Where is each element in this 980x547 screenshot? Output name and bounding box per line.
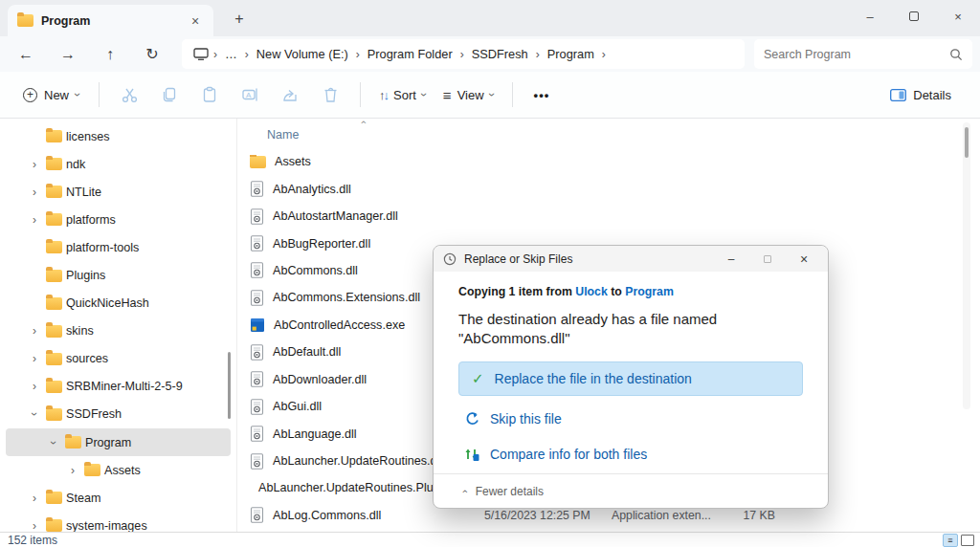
file-list-scrollbar[interactable] (963, 122, 970, 409)
chevron-collapsed-icon[interactable]: › (27, 492, 42, 505)
chevron-collapsed-icon[interactable]: › (27, 324, 42, 338)
rename-button[interactable]: A (230, 78, 270, 111)
sidebar-item-label: ndk (66, 158, 85, 171)
sidebar-item-assets[interactable]: ›Assets (6, 456, 231, 484)
chevron-collapsed-icon[interactable]: › (27, 380, 42, 393)
paste-button[interactable] (189, 78, 230, 111)
sidebar-item-quicknicehash[interactable]: QuickNiceHash (6, 290, 231, 317)
chevron-collapsed-icon[interactable]: › (27, 158, 42, 171)
sidebar-item-srbminer-multi-2-5-9[interactable]: ›SRBMiner-Multi-2-5-9 (6, 373, 231, 401)
tab-strip: Program × + – × (0, 0, 980, 36)
command-toolbar: + New › A ↑↓ (0, 72, 980, 119)
dialog-maximize-button[interactable] (753, 249, 782, 270)
delete-button[interactable] (310, 78, 350, 111)
compare-option[interactable]: Compare info for both files (458, 443, 803, 466)
sidebar-item-ssdfresh[interactable]: ›SSDFresh (6, 401, 231, 428)
chevron-expanded-icon[interactable]: › (28, 406, 41, 422)
details-view-toggle[interactable]: ≡ (943, 534, 958, 547)
details-pane-icon (890, 89, 906, 101)
sidebar-item-ntlite[interactable]: ›NTLite (6, 178, 231, 206)
back-button[interactable]: ← (10, 40, 42, 69)
breadcrumb-separator: › (459, 48, 465, 61)
sidebar-item-sources[interactable]: ›sources (6, 345, 231, 373)
search-input[interactable] (764, 48, 949, 61)
sidebar-item-label: skins (66, 324, 94, 338)
replace-option[interactable]: ✓ Replace the file in the destination (458, 361, 803, 396)
column-header-row: Name › (238, 119, 970, 148)
breadcrumb-overflow[interactable]: … (218, 44, 244, 64)
dialog-close-button[interactable]: × (790, 249, 818, 270)
sidebar-scrollbar[interactable] (228, 352, 231, 419)
tab-program[interactable]: Program × (8, 5, 213, 36)
explorer-window: Program × + – × ← → ↑ ↻ › … › New Volume… (0, 0, 980, 547)
destination-folder-link[interactable]: Program (625, 285, 674, 298)
close-button[interactable]: × (936, 0, 980, 33)
sidebar-item-steam[interactable]: ›Steam (6, 484, 231, 512)
chevron-collapsed-icon[interactable]: › (27, 519, 42, 532)
check-icon: ✓ (472, 370, 484, 387)
search-box[interactable] (754, 39, 972, 69)
tab-close-icon[interactable]: × (187, 12, 204, 30)
refresh-button[interactable]: ↻ (136, 40, 168, 69)
sidebar-item-platform-tools[interactable]: platform-tools (6, 233, 231, 261)
chevron-collapsed-icon[interactable]: › (65, 464, 80, 477)
sidebar-item-system-images[interactable]: ›system-images (6, 512, 231, 532)
new-tab-button[interactable]: + (228, 8, 251, 31)
source-folder-link[interactable]: Ulock (575, 285, 608, 298)
file-row[interactable]: AbAnalytics.dll (238, 175, 970, 202)
name-column-header[interactable]: Name (267, 128, 299, 142)
file-name: AbControlledAccess.exe (274, 318, 405, 332)
item-count: 152 items (8, 534, 57, 547)
new-button[interactable]: + New › (13, 82, 89, 108)
scrollbar-thumb[interactable] (965, 127, 969, 158)
replace-option-label: Replace the file in the destination (495, 371, 692, 386)
fewer-details-toggle[interactable]: › Fewer details (434, 473, 828, 508)
toolbar-divider (360, 82, 361, 107)
share-button[interactable] (270, 78, 310, 111)
file-operation-icon (443, 252, 457, 266)
details-pane-button[interactable]: Details (882, 82, 959, 108)
cut-button[interactable] (109, 78, 149, 111)
copy-button[interactable] (149, 78, 189, 111)
forward-button[interactable]: → (52, 40, 84, 69)
breadcrumb-segment[interactable]: Program Folder (361, 44, 459, 64)
more-options-button[interactable]: ••• (523, 82, 562, 108)
chevron-collapsed-icon[interactable]: › (27, 186, 42, 199)
icons-view-toggle[interactable] (961, 535, 974, 546)
sidebar-item-program[interactable]: ›Program (6, 428, 231, 456)
sidebar-item-licenses[interactable]: licenses (6, 122, 231, 150)
sidebar-item-label: sources (66, 352, 108, 365)
file-row[interactable]: Assets (238, 148, 970, 175)
breadcrumb[interactable]: › … › New Volume (E:)›Program Folder›SSD… (182, 39, 745, 69)
skip-option[interactable]: Skip this file (458, 407, 803, 430)
file-name: AbCommons.Extensions.dll (273, 291, 420, 304)
search-icon (949, 48, 963, 61)
exe-file-icon (250, 317, 265, 333)
sidebar-item-plugins[interactable]: Plugins (6, 261, 231, 289)
dialog-minimize-button[interactable]: – (717, 249, 746, 270)
folder-icon (46, 158, 62, 170)
navigation-tree: licenses›ndk›NTLite›platformsplatform-to… (0, 119, 237, 532)
breadcrumb-segment[interactable]: Program (541, 44, 601, 64)
chevron-collapsed-icon[interactable]: › (27, 352, 42, 365)
dll-file-icon (250, 262, 264, 278)
sidebar-item-platforms[interactable]: ›platforms (6, 206, 231, 233)
view-button[interactable]: ≡ View › (434, 81, 502, 109)
maximize-button[interactable] (892, 0, 936, 33)
minimize-button[interactable]: – (848, 0, 892, 33)
breadcrumb-segment[interactable]: New Volume (E:) (250, 44, 355, 64)
chevron-expanded-icon[interactable]: › (47, 435, 60, 450)
sidebar-item-skins[interactable]: ›skins (6, 317, 231, 345)
dll-file-icon (250, 208, 264, 225)
dialog-maximize-icon (764, 255, 771, 263)
sort-button[interactable]: ↑↓ Sort › (370, 82, 434, 108)
file-row[interactable]: AbAutostartManager.dll (238, 203, 970, 230)
chevron-up-icon: › (458, 490, 470, 493)
up-button[interactable]: ↑ (94, 40, 126, 69)
chevron-collapsed-icon[interactable]: › (27, 213, 42, 227)
sidebar-item-ndk[interactable]: ›ndk (6, 150, 231, 178)
conflict-filename: "AbCommons.dll" (458, 330, 570, 346)
folder-icon (46, 492, 62, 504)
breadcrumb-segment[interactable]: SSDFresh (465, 44, 535, 64)
sidebar-item-label: SRBMiner-Multi-2-5-9 (66, 380, 183, 393)
